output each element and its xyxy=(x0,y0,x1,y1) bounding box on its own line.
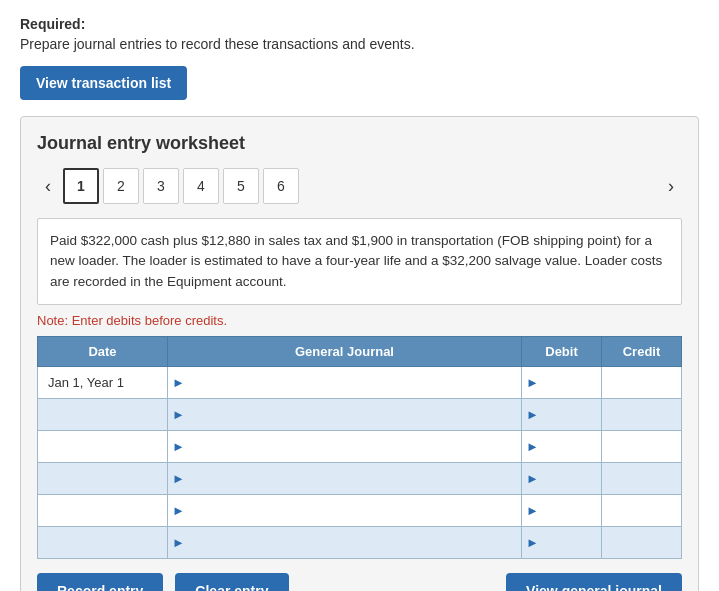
gj-cell-5[interactable]: ► xyxy=(168,526,522,558)
gj-cell-2[interactable]: ► xyxy=(168,430,522,462)
tab-2[interactable]: 2 xyxy=(103,168,139,204)
date-cell-1 xyxy=(38,398,168,430)
debit-cell-3[interactable]: ► xyxy=(522,462,602,494)
debit-arrow-icon-2: ► xyxy=(522,439,543,454)
debit-input-5[interactable] xyxy=(543,531,601,554)
page-wrapper: Required: Prepare journal entries to rec… xyxy=(0,0,719,591)
col-header-credit: Credit xyxy=(602,336,682,366)
credit-input-5[interactable] xyxy=(602,527,681,558)
row-arrow-icon-5: ► xyxy=(168,535,189,550)
tab-6[interactable]: 6 xyxy=(263,168,299,204)
tab-next-arrow[interactable]: › xyxy=(660,173,682,199)
gj-cell-4[interactable]: ► xyxy=(168,494,522,526)
debit-arrow-icon-5: ► xyxy=(522,535,543,550)
row-arrow-icon-0: ► xyxy=(168,375,189,390)
credit-cell-5[interactable] xyxy=(602,526,682,558)
credit-input-1[interactable] xyxy=(602,399,681,430)
debit-input-4[interactable] xyxy=(543,499,601,522)
gj-cell-0[interactable]: ► xyxy=(168,366,522,398)
required-description: Prepare journal entries to record these … xyxy=(20,36,699,52)
gj-input-0[interactable] xyxy=(189,371,521,394)
debit-input-2[interactable] xyxy=(543,435,601,458)
tab-5[interactable]: 5 xyxy=(223,168,259,204)
view-general-journal-button[interactable]: View general journal xyxy=(506,573,682,591)
table-row: ►► xyxy=(38,462,682,494)
tab-prev-arrow[interactable]: ‹ xyxy=(37,173,59,199)
table-row: ►► xyxy=(38,526,682,558)
col-header-general-journal: General Journal xyxy=(168,336,522,366)
worksheet-card: Journal entry worksheet ‹ 1 2 3 4 5 6 › … xyxy=(20,116,699,591)
debit-arrow-icon-4: ► xyxy=(522,503,543,518)
debit-cell-1[interactable]: ► xyxy=(522,398,602,430)
gj-input-4[interactable] xyxy=(189,499,521,522)
gj-input-3[interactable] xyxy=(189,467,521,490)
record-entry-button[interactable]: Record entry xyxy=(37,573,163,591)
col-header-date: Date xyxy=(38,336,168,366)
table-row: ►► xyxy=(38,430,682,462)
debit-arrow-icon-3: ► xyxy=(522,471,543,486)
row-arrow-icon-2: ► xyxy=(168,439,189,454)
required-label: Required: xyxy=(20,16,699,32)
credit-cell-3[interactable] xyxy=(602,462,682,494)
debit-cell-4[interactable]: ► xyxy=(522,494,602,526)
table-row: Jan 1, Year 1►► xyxy=(38,366,682,398)
journal-table: Date General Journal Debit Credit Jan 1,… xyxy=(37,336,682,559)
credit-cell-2[interactable] xyxy=(602,430,682,462)
credit-cell-1[interactable] xyxy=(602,398,682,430)
tab-navigation: ‹ 1 2 3 4 5 6 › xyxy=(37,168,682,204)
tab-1[interactable]: 1 xyxy=(63,168,99,204)
transaction-description: Paid $322,000 cash plus $12,880 in sales… xyxy=(37,218,682,305)
debit-input-3[interactable] xyxy=(543,467,601,490)
table-row: ►► xyxy=(38,398,682,430)
date-cell-3 xyxy=(38,462,168,494)
footer-buttons: Record entry Clear entry View general jo… xyxy=(37,573,682,591)
debit-cell-0[interactable]: ► xyxy=(522,366,602,398)
credit-cell-4[interactable] xyxy=(602,494,682,526)
worksheet-title: Journal entry worksheet xyxy=(37,133,682,154)
gj-cell-1[interactable]: ► xyxy=(168,398,522,430)
note-text: Note: Enter debits before credits. xyxy=(37,313,682,328)
credit-input-2[interactable] xyxy=(602,431,681,462)
tab-4[interactable]: 4 xyxy=(183,168,219,204)
debit-cell-2[interactable]: ► xyxy=(522,430,602,462)
credit-input-0[interactable] xyxy=(602,367,681,398)
date-cell-2 xyxy=(38,430,168,462)
view-transaction-button[interactable]: View transaction list xyxy=(20,66,187,100)
debit-arrow-icon-1: ► xyxy=(522,407,543,422)
row-arrow-icon-4: ► xyxy=(168,503,189,518)
tab-3[interactable]: 3 xyxy=(143,168,179,204)
debit-input-1[interactable] xyxy=(543,403,601,426)
date-cell-4 xyxy=(38,494,168,526)
credit-cell-0[interactable] xyxy=(602,366,682,398)
debit-cell-5[interactable]: ► xyxy=(522,526,602,558)
gj-input-1[interactable] xyxy=(189,403,521,426)
gj-input-2[interactable] xyxy=(189,435,521,458)
debit-input-0[interactable] xyxy=(543,371,601,394)
row-arrow-icon-3: ► xyxy=(168,471,189,486)
credit-input-4[interactable] xyxy=(602,495,681,526)
date-cell-5 xyxy=(38,526,168,558)
debit-arrow-icon-0: ► xyxy=(522,375,543,390)
gj-input-5[interactable] xyxy=(189,531,521,554)
credit-input-3[interactable] xyxy=(602,463,681,494)
date-cell-0: Jan 1, Year 1 xyxy=(38,366,168,398)
table-row: ►► xyxy=(38,494,682,526)
row-arrow-icon-1: ► xyxy=(168,407,189,422)
col-header-debit: Debit xyxy=(522,336,602,366)
clear-entry-button[interactable]: Clear entry xyxy=(175,573,288,591)
gj-cell-3[interactable]: ► xyxy=(168,462,522,494)
